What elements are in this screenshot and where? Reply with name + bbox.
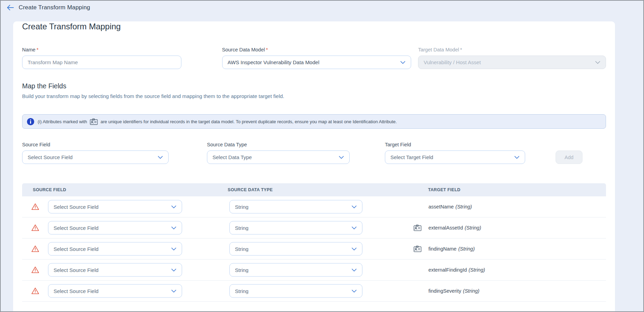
page-title: Create Transform Mapping [22,21,606,32]
source-data-type-label: Source Data Type [207,142,350,147]
target-model-field-group: Target Data Model* Vulnerability / Host … [418,47,606,69]
row-data-type-select[interactable]: String [229,200,362,214]
top-navigation-bar: Create Transform Mapping [1,1,643,14]
target-model-label: Target Data Model* [418,47,606,52]
back-button[interactable] [6,3,15,12]
source-data-type-group: Source Data Type Select Data Type [207,142,350,164]
row-source-field-select[interactable]: Select Source Field [48,200,182,214]
info-banner-text: (i) Attributes marked with are unique id… [38,118,397,125]
header-source-data-type: SOURCE DATA TYPE [228,187,273,192]
source-data-type-select[interactable]: Select Data Type [207,150,350,164]
warning-icon [31,266,39,274]
id-badge-icon [90,118,98,125]
table-row: Select Source Field String externalFindi… [22,260,606,281]
name-field-group: Name* [22,47,181,69]
required-asterisk: * [37,47,39,52]
mapping-table: SOURCE FIELD SOURCE DATA TYPE TARGET FIE… [22,183,606,302]
chevron-down-icon [339,156,344,159]
table-row: Select Source Field String assetName(Str… [22,196,606,217]
info-icon [27,118,34,125]
table-row: Select Source Field String findingSeveri… [22,281,606,302]
target-field-name: findingSeverity(String) [428,288,480,294]
chevron-down-icon [171,205,177,208]
target-field-name: assetName(String) [428,204,472,209]
app-window: Create Transform Mapping Create Transfor… [0,0,644,312]
row-data-type-select[interactable]: String [229,221,362,235]
chevron-down-icon [351,226,357,230]
id-badge-icon [414,246,422,252]
target-field-name: externalFindingId(String) [428,267,485,273]
warning-icon [31,287,39,295]
chevron-down-icon [171,226,177,230]
window-title: Create Transform Mapping [19,4,90,11]
source-model-value: AWS Inspector Vulnerability Data Model [228,59,320,65]
field-selector-row: Source Field Select Source Field Source … [22,142,606,164]
name-input[interactable] [22,56,181,69]
table-row: Select Source Field String externalAsset… [22,217,606,238]
required-asterisk: * [266,47,268,52]
target-field-type: (String) [468,267,485,273]
row-source-field-select[interactable]: Select Source Field [48,221,182,235]
id-badge-icon [414,225,422,231]
target-model-value: Vulnerability / Host Asset [424,59,481,65]
add-button[interactable]: Add [556,150,583,164]
target-field-name: externalAssetId(String) [428,225,481,231]
create-transform-mapping-card: Create Transform Mapping Name* Source Da… [13,21,615,312]
chevron-down-icon [351,268,357,272]
chevron-down-icon [171,268,177,272]
source-field-select[interactable]: Select Source Field [22,150,169,164]
row-source-field-select[interactable]: Select Source Field [48,263,182,277]
table-row: Select Source Field String findingName(S… [22,238,606,260]
target-data-model-select[interactable]: Vulnerability / Host Asset [418,56,606,69]
source-model-label: Source Data Model* [222,47,411,52]
model-form-row: Name* Source Data Model* AWS Inspector V… [22,47,606,69]
chevron-down-icon [171,247,177,251]
target-field-select[interactable]: Select Target Field [385,150,525,164]
chevron-down-icon [351,289,357,293]
row-source-field-select[interactable]: Select Source Field [48,242,182,256]
chevron-down-icon [171,289,177,293]
map-fields-heading: Map the Fields [22,82,606,90]
target-field-type: (String) [458,246,475,252]
source-field-label: Source Field [22,142,169,147]
header-target-field: TARGET FIELD [428,187,461,192]
info-banner: (i) Attributes marked with are unique id… [22,114,606,129]
warning-icon [31,224,39,232]
source-data-model-select[interactable]: AWS Inspector Vulnerability Data Model [222,56,411,69]
map-fields-description: Build your transform map by selecting fi… [22,93,606,99]
chevron-down-icon [595,61,600,64]
warning-icon [31,203,39,211]
source-model-field-group: Source Data Model* AWS Inspector Vulnera… [222,47,411,69]
target-field-type: (String) [455,204,472,209]
target-field-label: Target Field [385,142,525,147]
required-asterisk: * [460,47,462,52]
warning-icon [31,245,39,253]
row-data-type-select[interactable]: String [229,284,362,298]
chevron-down-icon [351,247,357,251]
header-source-field: SOURCE FIELD [33,187,66,192]
left-arrow-icon [7,4,14,11]
row-data-type-select[interactable]: String [229,263,362,277]
chevron-down-icon [351,205,357,208]
name-label: Name* [22,47,181,52]
source-field-group: Source Field Select Source Field [22,142,169,164]
target-field-type: (String) [465,225,481,231]
target-field-name: findingName(String) [428,246,475,252]
chevron-down-icon [514,156,520,159]
table-header-row: SOURCE FIELD SOURCE DATA TYPE TARGET FIE… [22,183,606,196]
target-field-type: (String) [463,288,480,294]
target-field-group: Target Field Select Target Field [385,142,525,164]
chevron-down-icon [400,61,406,64]
row-source-field-select[interactable]: Select Source Field [48,284,182,298]
row-data-type-select[interactable]: String [229,242,362,256]
chevron-down-icon [158,156,163,159]
